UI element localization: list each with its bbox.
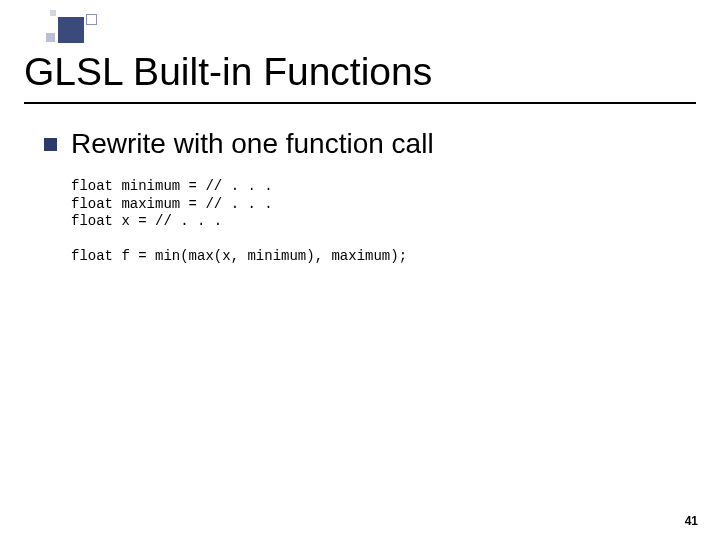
code-line-4: float f = min(max(x, minimum), maximum);: [71, 248, 407, 264]
bullet-square-icon: [44, 138, 57, 151]
code-line-1: float minimum = // . . .: [71, 178, 273, 194]
page-number: 41: [685, 514, 698, 528]
title-underline: [24, 102, 696, 104]
code-line-2: float maximum = // . . .: [71, 196, 273, 212]
bullet-item: Rewrite with one function call: [44, 128, 680, 160]
deco-square-outline: [86, 14, 97, 25]
deco-square-small-fill: [46, 33, 55, 42]
bullet-text: Rewrite with one function call: [71, 128, 434, 160]
slide-body: Rewrite with one function call float min…: [44, 128, 680, 266]
slide-decoration: [24, 10, 114, 50]
deco-square-big: [58, 17, 84, 43]
deco-square-tiny: [50, 10, 56, 16]
code-line-3: float x = // . . .: [71, 213, 222, 229]
slide-title: GLSL Built-in Functions: [24, 50, 432, 94]
code-block: float minimum = // . . . float maximum =…: [71, 178, 680, 266]
